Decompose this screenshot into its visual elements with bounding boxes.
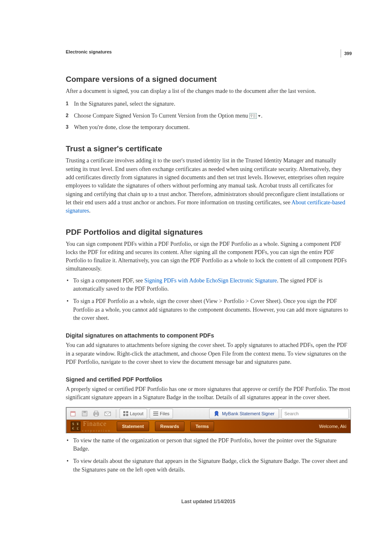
trust-body-suffix: . <box>89 208 91 214</box>
files-button[interactable]: Files <box>150 409 173 419</box>
save-icon[interactable] <box>80 409 90 419</box>
svg-rect-12 <box>95 411 98 413</box>
nav-rewards[interactable]: Rewards <box>155 421 184 431</box>
print-icon[interactable] <box>91 409 101 419</box>
link-signing-echosign[interactable]: Signing PDFs with Adobe EchoSign Electro… <box>144 278 277 284</box>
attachments-body: You can add signatures to attachments be… <box>66 341 351 366</box>
nav-statement[interactable]: Statement <box>117 421 149 431</box>
bullet-sign-component: To sign a component PDF, see Signing PDF… <box>66 277 351 294</box>
signature-badge[interactable]: MyBank Statement Signer <box>209 409 279 419</box>
trust-body-text: Trusting a certificate involves adding i… <box>66 157 344 205</box>
figure-toolbar: Layout Files MyBank Statement Signer Sea… <box>67 408 350 420</box>
heading-pdf-portfolios: PDF Portfolios and digital signatures <box>66 228 351 237</box>
heading-compare-versions: Compare versions of a signed document <box>66 75 351 84</box>
option-menu-icon <box>249 113 261 119</box>
intro-compare: After a document is signed, you can disp… <box>66 87 351 95</box>
search-input[interactable]: Search <box>281 409 349 419</box>
bullet-sign-whole-text: To sign a PDF Portfolio as a whole, sign… <box>73 298 348 321</box>
step-1: 1In the Signatures panel, select the sig… <box>66 99 351 109</box>
open-icon[interactable] <box>68 409 78 419</box>
step-1-text: In the Signatures panel, select the sign… <box>74 99 175 109</box>
svg-rect-17 <box>123 414 125 416</box>
svg-marker-6 <box>258 115 261 117</box>
portfolio-toolbar-figure: Layout Files MyBank Statement Signer Sea… <box>66 407 351 433</box>
layout-button[interactable]: Layout <box>120 409 147 419</box>
step-2: 2 Choose Compare Signed Version To Curre… <box>66 111 351 120</box>
brand-logo-icon: $¥€£ <box>71 421 81 431</box>
footer-updated: Last updated 1/14/2015 <box>66 499 351 504</box>
nav-terms[interactable]: Terms <box>190 421 214 431</box>
svg-rect-15 <box>123 411 125 413</box>
svg-rect-10 <box>83 411 86 413</box>
page-number: 399 <box>341 49 352 58</box>
layout-label: Layout <box>130 411 143 416</box>
figure-banner: $¥€£ Finance corporation Statement Rewar… <box>67 420 350 433</box>
brand-logo: $¥€£ Finance corporation <box>71 420 111 432</box>
bullet-click-badge: To view details about the signature that… <box>66 457 351 474</box>
welcome-text: Welcome, Aki <box>319 424 346 429</box>
breadcrumb: Electronic signatures <box>66 49 351 54</box>
step-2-suffix: . <box>261 113 263 119</box>
bullet-hover-badge: To view the name of the organization or … <box>66 437 351 453</box>
brand-name: Finance <box>83 420 107 427</box>
heading-signed-certified: Signed and certified PDF Portfolios <box>66 376 351 383</box>
svg-rect-16 <box>126 411 128 413</box>
step-3: 3When you're done, close the temporary d… <box>66 123 351 132</box>
bullet-sign-whole: To sign a PDF Portfolio as a whole, sign… <box>66 297 351 322</box>
svg-point-22 <box>215 411 218 414</box>
svg-rect-8 <box>71 412 75 413</box>
bullet-sign-component-pre: To sign a component PDF, see <box>73 278 144 284</box>
svg-rect-18 <box>126 414 128 416</box>
signed-certified-body: A properly signed or certified PDF Portf… <box>66 385 351 402</box>
portfolios-intro: You can sign component PDFs within a PDF… <box>66 240 351 273</box>
email-icon[interactable] <box>103 409 113 419</box>
search-placeholder: Search <box>284 411 299 416</box>
files-label: Files <box>160 411 169 416</box>
step-2-text: Choose Compare Signed Version To Current… <box>74 111 263 120</box>
svg-rect-13 <box>95 414 98 416</box>
brand-sub: corporation <box>82 429 111 432</box>
trust-body: Trusting a certificate involves adding i… <box>66 157 351 215</box>
heading-attachments: Digital signatures on attachments to com… <box>66 332 351 339</box>
step-3-text: When you're done, close the temporary do… <box>74 123 190 132</box>
heading-trust-signer: Trust a signer's certificate <box>66 144 351 153</box>
signature-badge-text: MyBank Statement Signer <box>222 411 274 416</box>
ribbon-icon <box>214 411 219 416</box>
step-2-prefix: Choose Compare Signed Version To Current… <box>74 113 249 119</box>
